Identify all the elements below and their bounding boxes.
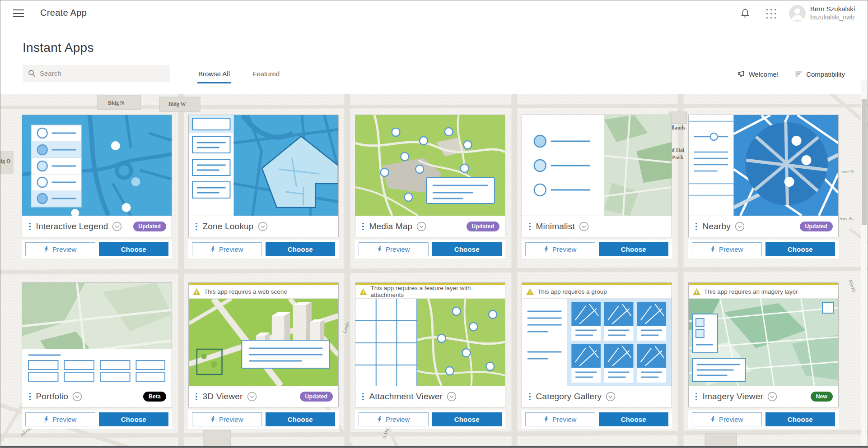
map-label: Bldg W [168,101,186,108]
card-title: Media Map [369,222,413,231]
preview-button[interactable]: Preview [192,412,262,426]
lightning-icon [710,416,715,423]
lightning-icon [44,416,49,423]
search-input[interactable] [40,69,165,77]
chevron-down-icon[interactable] [735,222,745,231]
card-options-kebab-icon[interactable] [194,222,199,232]
megaphone-icon [737,70,745,78]
app-card-media-map: Media Map Updated Preview Choose [355,115,505,259]
app-thumbnail [22,115,172,216]
warning-icon [193,288,201,295]
chevron-down-icon[interactable] [447,392,457,402]
card-badge: Beta [143,392,166,402]
card-options-kebab-icon[interactable] [527,392,532,402]
app-thumbnail [689,299,838,386]
chevron-down-icon[interactable] [72,392,82,402]
card-options-kebab-icon[interactable] [28,222,32,232]
card-options-kebab-icon[interactable] [361,392,365,402]
app-card-nearby: Nearby Updated Preview Choose [688,115,839,259]
vertical-scrollbar[interactable] [861,80,867,445]
card-options-kebab-icon[interactable] [527,222,532,232]
compatibility-link[interactable]: Compatibility [795,70,845,78]
lightning-icon [210,246,215,253]
warning-icon [359,288,367,295]
preview-button[interactable]: Preview [25,412,95,426]
chevron-down-icon[interactable] [606,392,616,402]
card-options-kebab-icon[interactable] [694,222,699,232]
chevron-down-icon[interactable] [579,222,589,231]
card-warning: This app requires a web scene [189,283,338,299]
preview-button[interactable]: Preview [525,412,595,426]
choose-button[interactable]: Choose [99,412,169,426]
app-card-portfolio: Portfolio Beta Preview Choose [22,282,172,429]
preview-button[interactable]: Preview [25,242,95,256]
app-launcher-grid-icon[interactable] [766,8,777,19]
card-options-kebab-icon[interactable] [361,222,365,232]
app-thumbnail [522,299,672,386]
lightning-icon [544,246,549,253]
card-options-kebab-icon[interactable] [194,392,199,402]
choose-button[interactable]: Choose [266,412,336,426]
card-title: 3D Viewer [203,392,243,402]
lightning-icon [377,246,382,253]
card-warning: This app requires an imagery layer [689,283,838,299]
choose-button[interactable]: Choose [266,242,336,256]
content-header: Instant Apps Browse All Featured [0,26,868,94]
choose-button[interactable]: Choose [432,412,502,426]
card-options-kebab-icon[interactable] [28,392,32,402]
card-title: Portfolio [36,392,69,402]
choose-button[interactable]: Choose [599,412,669,426]
user-avatar[interactable] [789,5,806,22]
choose-button[interactable]: Choose [765,242,835,256]
chevron-down-icon[interactable] [416,222,426,231]
user-login: bszukalski_nwb [810,14,855,22]
page-title: Instant Apps [23,41,94,55]
window-bottom-edge [0,446,868,448]
app-card-interactive-legend: Interactive Legend Updated Preview Choos… [22,115,172,259]
page-header-title: Create App [40,8,87,18]
preview-button[interactable]: Preview [525,242,595,256]
preview-button[interactable]: Preview [359,242,429,256]
preview-button[interactable]: Preview [192,242,262,256]
instant-apps-window: Create App Bern Szukalski bszukalski_nwb… [0,0,868,448]
map-street-label: trus Av [840,216,854,221]
welcome-link[interactable]: Welcome! [737,70,779,78]
user-identity[interactable]: Bern Szukalski bszukalski_nwb [810,5,855,21]
app-thumbnail [355,115,505,216]
chevron-down-icon[interactable] [258,222,268,231]
gallery-scroll-area: Bldg N Bldg W Bldg O llands Ed Hal Park … [0,94,868,448]
card-options-kebab-icon[interactable] [694,392,699,402]
card-badge: Updated [300,392,333,402]
card-title: Category Gallery [536,392,602,402]
chevron-down-icon[interactable] [767,392,777,402]
lightning-icon [710,246,715,253]
gallery-tabs: Browse All Featured [197,65,280,85]
map-street-label: tate St [841,169,854,174]
preview-button[interactable]: Preview [692,412,762,426]
scrollbar-thumb[interactable] [862,99,867,225]
choose-button[interactable]: Choose [432,242,502,256]
notifications-bell-icon[interactable] [740,8,751,19]
tab-browse-all[interactable]: Browse All [197,65,231,83]
card-badge: Updated [800,222,833,231]
choose-button[interactable]: Choose [765,412,835,426]
filter-icon [795,70,803,78]
choose-button[interactable]: Choose [599,242,669,256]
chevron-down-icon[interactable] [247,392,257,402]
preview-button[interactable]: Preview [692,242,762,256]
welcome-label: Welcome! [749,70,779,78]
preview-button[interactable]: Preview [359,412,429,426]
tab-featured[interactable]: Featured [252,65,280,83]
app-thumbnail [355,299,505,386]
app-card-imagery-viewer: This app requires an imagery layer [688,282,839,429]
choose-button[interactable]: Choose [99,242,169,256]
search-box[interactable] [23,65,170,82]
hamburger-menu-icon[interactable] [13,9,24,17]
card-warning: This app requires a feature layer with a… [355,283,505,299]
card-title: Minimalist [536,222,575,231]
lightning-icon [377,416,382,423]
app-thumbnail [689,115,838,216]
card-title: Imagery Viewer [703,392,763,402]
app-card-attachment-viewer: This app requires a feature layer with a… [355,282,505,429]
chevron-down-icon[interactable] [112,222,122,231]
